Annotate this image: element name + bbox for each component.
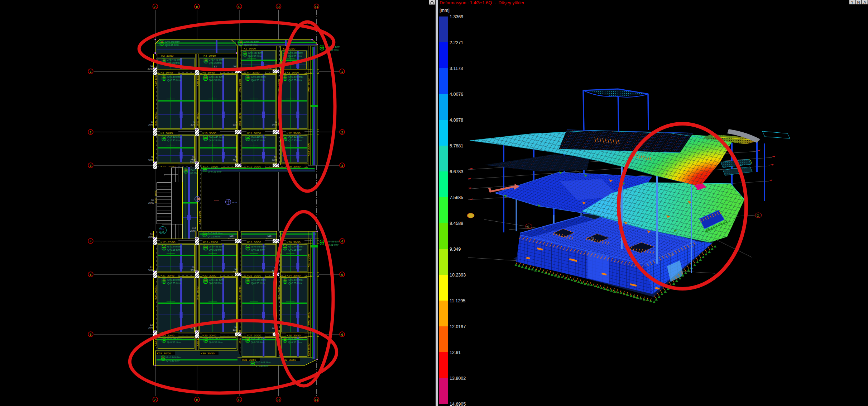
svg-text:K1 30/50: K1 30/50	[244, 47, 256, 50]
svg-text:14.6905: 14.6905	[450, 402, 466, 406]
svg-text:P17: P17	[246, 341, 250, 343]
svg-text:D0: D0	[204, 136, 207, 138]
svg-text:P17: P17	[163, 79, 166, 81]
svg-text:Q=0.35 tf/m²: Q=0.35 tf/m²	[167, 79, 181, 82]
svg-text:P17: P17	[162, 359, 165, 361]
svg-text:G: G	[757, 214, 759, 217]
svg-text:Q=0.35 tf/m²: Q=0.35 tf/m²	[251, 79, 265, 82]
svg-text:C: C	[238, 398, 241, 402]
svg-text:P17: P17	[239, 43, 243, 46]
svg-text:D0: D0	[246, 76, 249, 78]
svg-text:K41 30/50: K41 30/50	[196, 287, 199, 299]
svg-text:6.6783: 6.6783	[450, 169, 463, 174]
svg-text:S10: S10	[192, 158, 196, 161]
svg-text:G=0.449 tf/m²: G=0.449 tf/m²	[251, 136, 266, 138]
svg-text:11.1295: 11.1295	[450, 298, 465, 303]
svg-text:P17: P17	[204, 248, 207, 250]
svg-text:P17: P17	[251, 364, 255, 366]
svg-text:10.2393: 10.2393	[450, 273, 466, 278]
svg-text:K12 30/50: K12 30/50	[287, 132, 301, 135]
svg-text:K3 30/50: K3 30/50	[161, 54, 174, 57]
svg-text:G=0.449 tf/m²: G=0.449 tf/m²	[288, 279, 303, 281]
svg-text:N: N	[857, 0, 860, 4]
svg-text:B: B	[196, 398, 198, 402]
svg-text:Q=0.35 tf/m²: Q=0.35 tf/m²	[209, 139, 223, 142]
svg-text:6: 6	[341, 333, 343, 336]
svg-text:G=0.449 tf/m²: G=0.449 tf/m²	[208, 167, 223, 170]
svg-text:K28 30/50: K28 30/50	[287, 334, 301, 337]
svg-text:12.91: 12.91	[450, 350, 461, 355]
svg-text:P17: P17	[205, 341, 208, 343]
svg-text:P17: P17	[163, 282, 166, 284]
svg-text:Q=0.35 tf/m²: Q=0.35 tf/m²	[209, 79, 223, 82]
svg-text:K54 30/45: K54 30/45	[277, 287, 280, 299]
svg-text:D0: D0	[163, 59, 165, 61]
svg-text:7.5685: 7.5685	[450, 195, 463, 200]
svg-text:5: 5	[341, 273, 343, 277]
svg-text:A: A	[154, 5, 156, 9]
svg-text:Q=0.35 tf/m²: Q=0.35 tf/m²	[167, 282, 181, 285]
svg-text:30/60: 30/60	[148, 159, 154, 161]
svg-text:Q=0.35 tf/m²: Q=0.35 tf/m²	[288, 249, 302, 251]
svg-text:K59 30/50: K59 30/50	[307, 344, 310, 356]
svg-text:K23 30/50: K23 30/50	[247, 274, 261, 277]
svg-text:2: 2	[341, 131, 343, 134]
svg-text:Q=0.35 tf/m²: Q=0.35 tf/m²	[251, 341, 265, 344]
svg-text:Q=0.35 tf/m²: Q=0.35 tf/m²	[209, 282, 223, 285]
svg-text:G=0.449 tf/m²: G=0.449 tf/m²	[167, 58, 182, 61]
svg-text:P17: P17	[284, 341, 287, 343]
svg-text:K9 30/45: K9 30/45	[160, 132, 173, 135]
svg-text:30/60: 30/60	[148, 236, 154, 238]
svg-text:K52 30/50: K52 30/50	[238, 79, 241, 91]
svg-text:G=0.449 tf/m²: G=0.449 tf/m²	[251, 245, 266, 248]
svg-text:D0: D0	[246, 279, 249, 281]
svg-text:P17: P17	[246, 79, 250, 81]
svg-text:30/60: 30/60	[148, 202, 154, 204]
svg-text:30/60: 30/60	[148, 123, 154, 126]
svg-text:4: 4	[90, 240, 91, 243]
svg-text:G=0.449 tf/m²: G=0.449 tf/m²	[251, 76, 266, 78]
svg-text:Y: Y	[851, 0, 854, 4]
svg-text:30/60: 30/60	[148, 67, 154, 70]
svg-text:D0: D0	[184, 169, 187, 171]
svg-text:P17: P17	[321, 243, 324, 245]
svg-text:K6 30/45: K6 30/45	[202, 71, 215, 74]
svg-text:P17: P17	[246, 139, 250, 141]
svg-text:K29 30/50: K29 30/50	[157, 352, 171, 355]
svg-text:Q=0.35 tf/m²: Q=0.35 tf/m²	[251, 139, 265, 142]
svg-text:D0: D0	[162, 356, 164, 358]
svg-text:K15 30/50: K15 30/50	[247, 165, 261, 168]
svg-text:Q=0.35 tf/m²: Q=0.35 tf/m²	[244, 44, 258, 47]
svg-text:Q=0.35 tf/m²: Q=0.35 tf/m²	[167, 341, 181, 344]
svg-text:G=0.449 tf/m²: G=0.449 tf/m²	[209, 58, 224, 61]
svg-text:G=0.449 tf/m²: G=0.449 tf/m²	[208, 232, 223, 235]
svg-text:D0: D0	[205, 59, 207, 61]
svg-text:K27 30/50: K27 30/50	[247, 334, 261, 337]
svg-text:4: 4	[341, 240, 343, 243]
svg-text:Q=0.35 tf/m²: Q=0.35 tf/m²	[166, 359, 180, 362]
svg-text:D: D	[277, 398, 280, 402]
svg-text:Q=0.35 tf/m²: Q=0.35 tf/m²	[209, 62, 223, 65]
svg-text:A: A	[154, 398, 156, 402]
svg-text:D0: D0	[163, 136, 165, 138]
svg-text:P17: P17	[184, 171, 188, 173]
svg-text:D0: D0	[284, 76, 286, 78]
svg-text:K30 30/50: K30 30/50	[201, 352, 215, 355]
svg-text:30/60: 30/60	[148, 326, 154, 329]
svg-text:K45 30/50: K45 30/50	[196, 113, 199, 126]
svg-text:D0: D0	[251, 362, 254, 364]
svg-text:K21 30/45: K21 30/45	[160, 274, 174, 277]
svg-text:C: C	[527, 225, 529, 228]
svg-text:13.8002: 13.8002	[450, 376, 466, 381]
svg-text:Q=0.35 tf/m²: Q=0.35 tf/m²	[251, 249, 265, 251]
svg-text:S16: S16	[267, 235, 272, 237]
svg-text:G=0.449 tf/m²: G=0.449 tf/m²	[209, 279, 224, 281]
svg-text:5: 5	[90, 273, 91, 277]
svg-text:Q=0.35 tf/m²: Q=0.35 tf/m²	[208, 235, 222, 238]
svg-text:K17 - 25/50: K17 - 25/50	[160, 241, 176, 244]
svg-text:G=0.449 tf/m²: G=0.449 tf/m²	[209, 245, 224, 248]
svg-text:K43 25/50: K43 25/50	[198, 211, 201, 224]
svg-text:K22 30/50: K22 30/50	[202, 274, 216, 277]
svg-text:E15: E15	[160, 231, 164, 233]
svg-text:D0: D0	[246, 338, 249, 340]
